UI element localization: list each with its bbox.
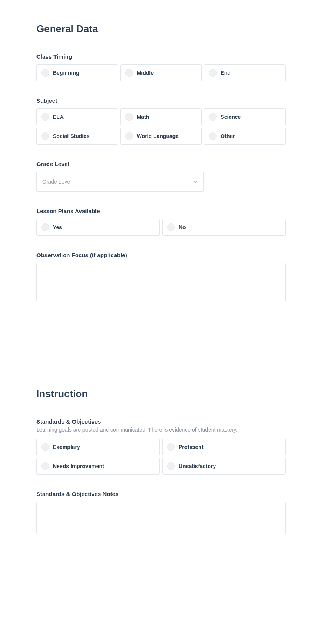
radio-icon xyxy=(41,132,49,140)
radio-icon xyxy=(209,113,217,121)
select-grade-level[interactable]: Grade Level xyxy=(36,172,204,192)
option-class-timing-middle[interactable]: Middle xyxy=(120,64,202,81)
section-title-instruction: Instruction xyxy=(36,388,286,400)
option-standards-exemplary[interactable]: Exemplary xyxy=(36,439,160,455)
radio-icon xyxy=(41,443,49,451)
option-subject-science[interactable]: Science xyxy=(204,108,286,125)
option-subject-math[interactable]: Math xyxy=(120,108,202,125)
option-label: Social Studies xyxy=(53,133,90,139)
field-grade-level: Grade Level Grade Level xyxy=(36,161,286,192)
description-standards-objectives: Learning goals are posted and communicat… xyxy=(36,426,286,434)
label-lesson-plans: Lesson Plans Available xyxy=(36,208,286,214)
option-standards-needs-improvement[interactable]: Needs Improvement xyxy=(36,458,160,475)
radio-icon xyxy=(167,443,175,451)
label-observation-focus: Observation Focus (if applicable) xyxy=(36,252,286,258)
field-subject: Subject ELA Math Science Social Studies … xyxy=(36,97,286,145)
option-label: World Language xyxy=(137,133,179,139)
radio-icon xyxy=(209,132,217,140)
radio-icon xyxy=(167,223,175,231)
field-standards-objectives: Standards & Objectives Learning goals ar… xyxy=(36,418,286,475)
option-label: Exemplary xyxy=(53,444,80,450)
option-label: Science xyxy=(220,114,241,120)
radio-icon xyxy=(167,462,175,470)
option-class-timing-beginning[interactable]: Beginning xyxy=(36,64,118,81)
option-label: Math xyxy=(137,114,150,120)
option-label: Unsatisfactory xyxy=(179,463,216,469)
select-placeholder: Grade Level xyxy=(42,179,71,185)
label-subject: Subject xyxy=(36,97,286,104)
field-standards-notes: Standards & Objectives Notes xyxy=(36,491,286,536)
textarea-observation-focus[interactable] xyxy=(36,263,286,301)
option-subject-world-language[interactable]: World Language xyxy=(120,128,202,145)
option-label: Beginning xyxy=(53,70,79,76)
field-lesson-plans: Lesson Plans Available Yes No xyxy=(36,208,286,236)
option-lesson-plans-no[interactable]: No xyxy=(162,219,286,236)
option-subject-social-studies[interactable]: Social Studies xyxy=(36,128,118,145)
label-standards-objectives: Standards & Objectives xyxy=(36,418,286,425)
radio-icon xyxy=(41,462,49,470)
label-grade-level: Grade Level xyxy=(36,161,286,167)
label-class-timing: Class Timing xyxy=(36,53,286,60)
radio-icon xyxy=(125,69,133,77)
option-label: Other xyxy=(220,133,235,139)
option-label: Middle xyxy=(137,70,154,76)
option-label: Proficient xyxy=(179,444,204,450)
radio-icon xyxy=(125,132,133,140)
option-label: Needs Improvement xyxy=(53,463,104,469)
radio-icon xyxy=(125,113,133,121)
option-lesson-plans-yes[interactable]: Yes xyxy=(36,219,160,236)
option-class-timing-end[interactable]: End xyxy=(204,64,286,81)
option-standards-unsatisfactory[interactable]: Unsatisfactory xyxy=(162,458,286,475)
option-standards-proficient[interactable]: Proficient xyxy=(162,439,286,455)
option-label: Yes xyxy=(53,224,62,230)
option-label: End xyxy=(220,70,230,76)
chevron-down-icon xyxy=(193,179,198,184)
option-subject-other[interactable]: Other xyxy=(204,128,286,145)
radio-icon xyxy=(41,223,49,231)
radio-icon xyxy=(41,113,49,121)
radio-icon xyxy=(209,69,217,77)
label-standards-notes: Standards & Objectives Notes xyxy=(36,491,286,497)
textarea-standards-notes[interactable] xyxy=(36,502,286,534)
option-subject-ela[interactable]: ELA xyxy=(36,108,118,125)
radio-icon xyxy=(41,69,49,77)
field-class-timing: Class Timing Beginning Middle End xyxy=(36,53,286,81)
option-label: ELA xyxy=(53,114,64,120)
field-observation-focus: Observation Focus (if applicable) xyxy=(36,252,286,303)
section-title-general: General Data xyxy=(36,23,286,35)
option-label: No xyxy=(179,224,186,230)
